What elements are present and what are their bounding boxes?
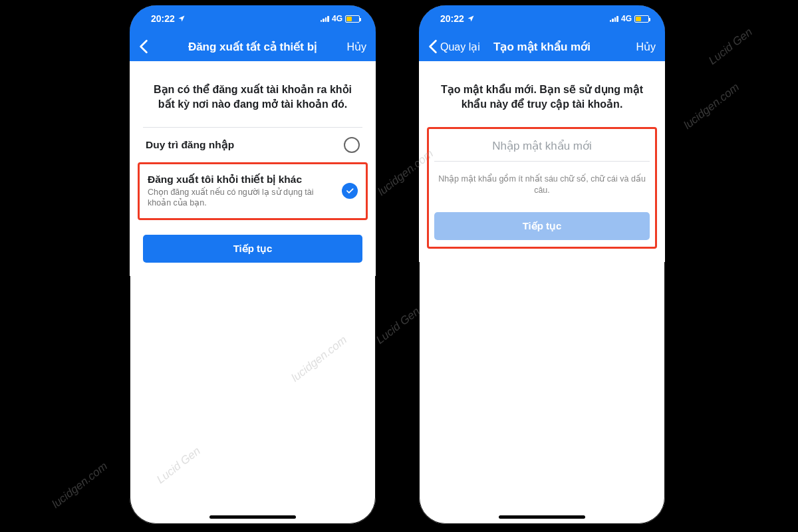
watermark: lucidgen.com xyxy=(681,80,741,132)
watermark: lucidgen.com xyxy=(49,460,110,511)
chevron-left-icon xyxy=(139,39,148,54)
watermark: Lucid Gen xyxy=(374,305,422,346)
status-time: 20:22 xyxy=(151,13,175,24)
location-arrow-icon xyxy=(178,15,186,23)
phone-screenshot-new-password: 20:22 4G Quay lại Tạo mật khẩu mới Hủy T… xyxy=(419,5,665,524)
radio-unchecked-icon xyxy=(344,137,360,153)
radio-checked-icon xyxy=(342,183,358,199)
option-subtext: Chọn đăng xuất nếu có người lạ sử dụng t… xyxy=(148,187,335,209)
status-bar: 20:22 4G xyxy=(419,5,665,32)
option-label: Duy trì đăng nhập xyxy=(146,139,337,151)
back-button[interactable] xyxy=(139,39,186,54)
network-label: 4G xyxy=(621,14,632,23)
nav-bar: Đăng xuất tất cả thiết bị Hủy xyxy=(130,32,376,61)
password-help-text: Nhập mật khẩu gồm ít nhất sáu chữ số, ch… xyxy=(437,174,647,196)
status-bar: 20:22 4G xyxy=(130,5,376,32)
signal-icon xyxy=(610,15,618,22)
content-area: Tạo mật khẩu mới. Bạn sẽ sử dụng mật khẩ… xyxy=(419,61,665,262)
cancel-button[interactable]: Hủy xyxy=(346,41,366,53)
option-logout-other-devices[interactable]: Đăng xuất tôi khỏi thiết bị khác Chọn đă… xyxy=(145,164,360,218)
page-heading: Bạn có thể đăng xuất tài khoản ra khỏi b… xyxy=(147,82,358,111)
continue-button[interactable]: Tiếp tục xyxy=(434,212,650,240)
back-button[interactable]: Quay lại xyxy=(428,39,480,54)
battery-icon xyxy=(634,15,649,23)
status-time: 20:22 xyxy=(440,13,464,24)
page-heading: Tạo mật khẩu mới. Bạn sẽ sử dụng mật khẩ… xyxy=(436,82,648,111)
continue-button[interactable]: Tiếp tục xyxy=(143,235,362,263)
highlight-annotation: Đăng xuất tôi khỏi thiết bị khác Chọn đă… xyxy=(138,162,368,220)
cancel-button[interactable]: Hủy xyxy=(636,41,656,53)
option-label: Đăng xuất tôi khỏi thiết bị khác xyxy=(148,174,335,186)
nav-title: Tạo mật khẩu mới xyxy=(493,40,591,54)
highlight-annotation: Nhập mật khẩu gồm ít nhất sáu chữ số, ch… xyxy=(427,127,657,249)
chevron-left-icon xyxy=(428,39,438,54)
content-area: Bạn có thể đăng xuất tài khoản ra khỏi b… xyxy=(130,61,376,276)
signal-icon xyxy=(321,15,329,22)
battery-icon xyxy=(345,15,360,23)
home-indicator[interactable] xyxy=(499,515,585,519)
nav-bar: Quay lại Tạo mật khẩu mới Hủy xyxy=(419,32,665,61)
new-password-input[interactable] xyxy=(434,133,650,162)
phone-screenshot-logout-devices: 20:22 4G Đăng xuất tất cả thiết bị Hủy B… xyxy=(130,5,376,524)
watermark: Lucid Gen xyxy=(706,25,755,67)
home-indicator[interactable] xyxy=(209,515,296,519)
network-label: 4G xyxy=(332,14,342,23)
option-stay-logged-in[interactable]: Duy trì đăng nhập xyxy=(143,127,362,162)
nav-title: Đăng xuất tất cả thiết bị xyxy=(188,40,317,54)
location-arrow-icon xyxy=(467,15,475,23)
back-label: Quay lại xyxy=(440,41,480,53)
